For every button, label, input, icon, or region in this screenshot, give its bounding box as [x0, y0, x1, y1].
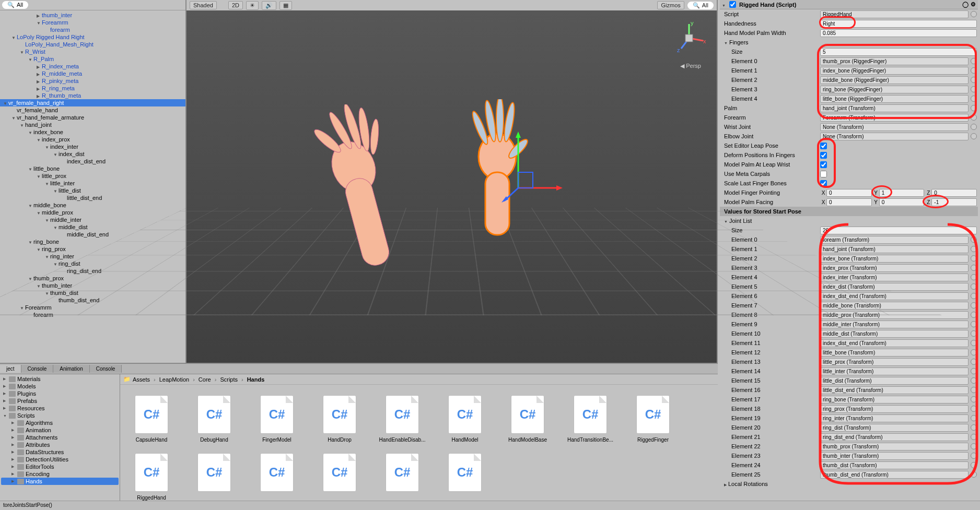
- fingers-foldout[interactable]: Fingers: [721, 39, 820, 45]
- breadcrumb-item[interactable]: LeapMotion: [159, 376, 190, 383]
- object-picker-icon[interactable]: [971, 11, 977, 17]
- help-icon[interactable]: ◯: [962, 1, 969, 8]
- object-picker-icon[interactable]: [971, 67, 977, 74]
- object-picker-icon[interactable]: [971, 330, 977, 337]
- joint-field[interactable]: ring_inter (Transform): [820, 414, 969, 422]
- 2d-toggle[interactable]: 2D: [228, 1, 243, 9]
- asset-item[interactable]: C#RiggedHand: [125, 453, 178, 501]
- object-picker-icon[interactable]: [971, 114, 977, 121]
- object-picker-icon[interactable]: [971, 321, 977, 327]
- object-picker-icon[interactable]: [971, 349, 977, 355]
- breadcrumb-item[interactable]: Core: [199, 376, 211, 383]
- object-picker-icon[interactable]: [971, 246, 977, 252]
- gizmos-dropdown[interactable]: Gizmos: [657, 1, 684, 9]
- component-header[interactable]: Rigged Hand (Script) ◯ ⚙: [720, 0, 978, 9]
- asset-item[interactable]: C#HandDrop: [313, 395, 366, 443]
- hierarchy-item[interactable]: ▼vr_female_hand_right: [0, 99, 185, 106]
- transform-gizmo[interactable]: [500, 131, 563, 204]
- joint-field[interactable]: little_inter (Transform): [820, 367, 969, 375]
- hierarchy-item[interactable]: ▼little_prox: [0, 172, 185, 180]
- object-picker-icon[interactable]: [971, 340, 977, 346]
- hierarchy-item[interactable]: ▼middle_prox: [0, 209, 185, 216]
- joint-field[interactable]: little_prox (Transform): [820, 358, 969, 366]
- pf-x[interactable]: 0: [826, 198, 872, 206]
- object-picker-icon[interactable]: [971, 255, 977, 262]
- folder-item[interactable]: ▼Scripts: [1, 412, 119, 419]
- joint-field[interactable]: thumb_dist_end (Transform): [820, 471, 969, 479]
- hierarchy-item[interactable]: ▼little_dist: [0, 187, 185, 194]
- hierarchy-item[interactable]: ▼LoPoly Rigged Hand Right: [0, 33, 185, 41]
- folder-item[interactable]: ▶Attachments: [1, 434, 119, 441]
- joint-field[interactable]: little_dist (Transform): [820, 377, 969, 385]
- object-picker-icon[interactable]: [971, 396, 977, 402]
- orientation-gizmo[interactable]: y x z: [671, 20, 707, 56]
- hierarchy-item[interactable]: index_dist_end: [0, 158, 185, 165]
- object-picker-icon[interactable]: [971, 293, 977, 299]
- joint-field[interactable]: hand_joint (Transform): [820, 245, 969, 253]
- object-picker-icon[interactable]: [971, 302, 977, 309]
- hierarchy-item[interactable]: ▶R_ring_meta: [0, 85, 185, 92]
- tab[interactable]: ject: [0, 365, 21, 373]
- tab[interactable]: Animation: [53, 365, 89, 373]
- object-picker-icon[interactable]: [971, 359, 977, 365]
- local-rotations-foldout[interactable]: Local Rotations: [721, 481, 820, 487]
- object-picker-icon[interactable]: [971, 387, 977, 393]
- palm-wrist-checkbox[interactable]: [820, 161, 827, 168]
- asset-item[interactable]: C#FingerModel: [251, 395, 303, 443]
- asset-item[interactable]: C#: [376, 453, 428, 501]
- hierarchy-item[interactable]: ▼index_bone: [0, 128, 185, 136]
- finger-field[interactable]: little_bone (RiggedFinger): [820, 95, 969, 103]
- object-picker-icon[interactable]: [971, 368, 977, 374]
- folder-item[interactable]: ▶Attributes: [1, 441, 119, 448]
- object-picker-icon[interactable]: [971, 86, 977, 92]
- asset-item[interactable]: C#: [251, 453, 303, 501]
- hierarchy-item[interactable]: LoPoly_Hand_Mesh_Right: [0, 41, 185, 48]
- joint-field[interactable]: middle_inter (Transform): [820, 321, 969, 328]
- set-pose-checkbox[interactable]: [820, 143, 827, 149]
- hierarchy-item[interactable]: ▼little_inter: [0, 180, 185, 187]
- fingers-size[interactable]: 5: [820, 48, 977, 56]
- tab[interactable]: Console: [90, 365, 122, 373]
- hierarchy-item[interactable]: ▶R_index_meta: [0, 63, 185, 70]
- folder-item[interactable]: ▶Prefabs: [1, 397, 119, 405]
- deform-checkbox[interactable]: [820, 152, 827, 159]
- joint-field[interactable]: thumb_prox (Transform): [820, 443, 969, 450]
- breadcrumb-item[interactable]: Hands: [247, 376, 265, 383]
- object-picker-icon[interactable]: [971, 274, 977, 280]
- object-picker-icon[interactable]: [971, 133, 977, 139]
- hierarchy-item[interactable]: ▼R_Wrist: [0, 48, 185, 55]
- finger-field[interactable]: index_bone (RiggedFinger): [820, 67, 969, 75]
- hierarchy-item[interactable]: little_dist_end: [0, 194, 185, 201]
- folder-item[interactable]: ▶Animation: [1, 426, 119, 434]
- folder-item[interactable]: ▶Encoding: [1, 470, 119, 478]
- handedness-dropdown[interactable]: Right: [820, 20, 977, 28]
- hierarchy-search[interactable]: 🔍All: [2, 1, 28, 9]
- breadcrumb-item[interactable]: Scripts: [220, 376, 238, 383]
- hierarchy-item[interactable]: ▼R_Palm: [0, 55, 185, 63]
- folder-item[interactable]: ▶Materials: [1, 375, 119, 383]
- foldout-icon[interactable]: [722, 2, 727, 8]
- hierarchy-item[interactable]: ▼middle_bone: [0, 201, 185, 209]
- joint-field[interactable]: thumb_inter (Transform): [820, 452, 969, 460]
- wrist-field[interactable]: None (Transform): [820, 123, 969, 131]
- object-picker-icon[interactable]: [971, 443, 977, 449]
- object-picker-icon[interactable]: [971, 453, 977, 459]
- folder-item[interactable]: ▶Models: [1, 383, 119, 390]
- joint-field[interactable]: forearm (Transform): [820, 236, 969, 244]
- object-picker-icon[interactable]: [971, 462, 977, 468]
- object-picker-icon[interactable]: [971, 265, 977, 271]
- pf-z[interactable]: -1: [931, 198, 977, 206]
- fp-y[interactable]: 1: [879, 189, 925, 197]
- asset-item[interactable]: C#HandModelBase: [501, 395, 554, 443]
- joint-field[interactable]: ring_prox (Transform): [820, 405, 969, 413]
- asset-item[interactable]: C#: [188, 453, 240, 501]
- assets-grid[interactable]: C#CapsuleHandC#DebugHandC#FingerModelC#H…: [120, 385, 718, 510]
- object-picker-icon[interactable]: [971, 377, 977, 384]
- joint-field[interactable]: index_bone (Transform): [820, 255, 969, 263]
- forearm-field[interactable]: Foreamrm (Transform): [820, 114, 969, 122]
- object-picker-icon[interactable]: [971, 415, 977, 421]
- hierarchy-item[interactable]: ▼index_prox: [0, 136, 185, 143]
- joint-field[interactable]: middle_dist (Transform): [820, 330, 969, 338]
- palm-field[interactable]: hand_joint (Transform): [820, 104, 969, 112]
- asset-item[interactable]: C#HandEnableDisab...: [376, 395, 428, 443]
